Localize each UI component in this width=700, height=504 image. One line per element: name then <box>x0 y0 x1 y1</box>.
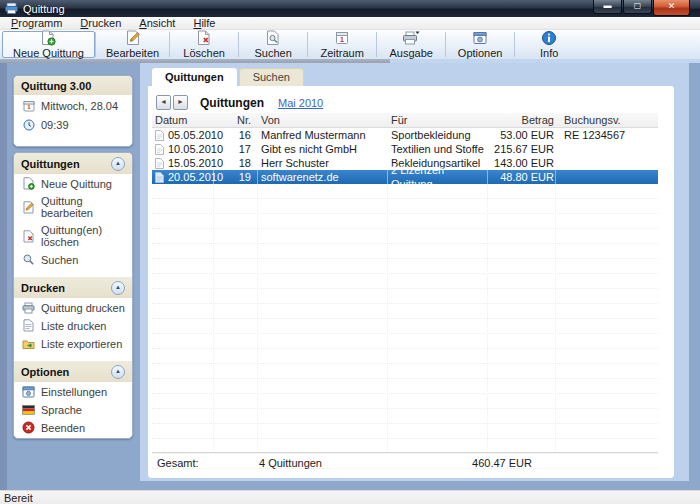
sidebar-item-beenden[interactable]: Beenden <box>14 418 132 436</box>
tab-suchen[interactable]: Suchen <box>239 68 304 86</box>
menu-drucken[interactable]: Drucken <box>71 17 130 29</box>
sidebar-item-quittung-bearbeiten[interactable]: Quittung bearbeiten <box>14 192 132 221</box>
menu-programm[interactable]: Programm <box>2 17 71 29</box>
sidebar-item-label: Liste drucken <box>41 320 106 332</box>
sidebar-item-label: Quittung(en) löschen <box>41 224 132 248</box>
tab-quittungen[interactable]: Quittungen <box>152 68 237 86</box>
sidebar-item-label: Beenden <box>41 422 85 434</box>
cell-fuer: Textilien und Stoffe <box>388 142 488 156</box>
tab-strip: Quittungen Suchen <box>152 68 304 86</box>
toolbar-options-button[interactable]: Optionen <box>446 30 514 59</box>
receipt-icon <box>155 158 164 169</box>
toolbar-output-label: Ausgabe <box>389 47 432 59</box>
toolbar-period-button[interactable]: 1 Zeitraum <box>308 30 376 59</box>
total-label: Gesamt: <box>157 457 199 469</box>
menu-hilfe[interactable]: Hilfe <box>184 17 224 29</box>
cell-buchungsv: RE 1234567 <box>556 128 658 142</box>
empty-grid-area <box>152 184 658 469</box>
receipt-icon <box>155 172 164 183</box>
minimize-button[interactable]: ▬ <box>593 0 622 14</box>
column-header-nr[interactable]: Nr. <box>214 113 258 127</box>
menu-ansicht[interactable]: Ansicht <box>130 17 184 29</box>
column-header-fuer[interactable]: Für <box>388 113 488 127</box>
toolbar-output-button[interactable]: Ausgabe <box>377 30 445 59</box>
column-header-datum[interactable]: Datum <box>152 113 214 127</box>
main-region: Quittung 3.00 1 Mittwoch, 28.04 09:39 Qu… <box>0 63 700 490</box>
close-button[interactable]: ✕ <box>653 0 690 16</box>
toolbar-search-label: Suchen <box>255 47 292 59</box>
title-bar: Quittung ▬ ▢ ✕ <box>0 0 700 17</box>
sidebar-item-quittung-loeschen[interactable]: Quittung(en) löschen <box>14 221 132 250</box>
maximize-button[interactable]: ▢ <box>623 0 652 14</box>
section-title: Optionen <box>21 366 69 378</box>
table-row-selected[interactable]: 20.05.2010 19 softwarenetz.de 2 Lizenzen… <box>152 170 658 184</box>
sidebar-item-suchen[interactable]: Suchen <box>14 250 132 268</box>
sidebar-item-label: Einstellungen <box>41 386 107 398</box>
column-header-buchungsv[interactable]: Buchungsv. <box>556 113 658 127</box>
sidebar-item-neue-quittung[interactable]: Neue Quittung <box>14 174 132 192</box>
cell-nr: 16 <box>214 128 258 142</box>
toolbar-new-receipt-button[interactable]: Neue Quittung <box>2 31 95 58</box>
sidebar-item-quittung-drucken[interactable]: Quittung drucken <box>14 298 132 316</box>
toolbar-search-button[interactable]: Suchen <box>239 30 307 59</box>
totals-row: Gesamt: 4 Quittungen 460.47 EUR <box>152 457 658 471</box>
toolbar-edit-label: Bearbeiten <box>106 47 159 59</box>
sidebar-time: 09:39 <box>14 114 132 133</box>
next-month-button[interactable]: ► <box>173 95 188 110</box>
cell-betrag: 48.80 EUR <box>488 170 556 184</box>
sidebar-section-quittungen-header: Quittungen ▲ <box>14 153 132 174</box>
sidebar-item-liste-drucken[interactable]: Liste drucken <box>14 316 132 334</box>
sidebar-item-label: Sprache <box>41 404 82 416</box>
delete-icon <box>196 30 212 46</box>
sidebar-item-label: Neue Quittung <box>41 178 112 190</box>
cell-betrag: 143.00 EUR <box>488 156 556 170</box>
toolbar-delete-button[interactable]: Löschen <box>170 30 238 59</box>
table-row[interactable]: 05.05.2010 16 Manfred Mustermann Sportbe… <box>152 128 658 142</box>
total-amount: 460.47 EUR <box>402 457 532 469</box>
svg-text:1: 1 <box>340 36 344 43</box>
clock-icon <box>22 118 35 131</box>
sidebar-item-label: Quittung drucken <box>41 302 125 314</box>
receipt-count: 4 Quittungen <box>259 457 322 469</box>
collapse-icon[interactable]: ▲ <box>111 281 125 295</box>
cell-nr: 17 <box>214 142 258 156</box>
receipt-icon <box>155 144 164 155</box>
menu-bar: Programm Drucken Ansicht Hilfe <box>0 17 700 30</box>
toolbar-delete-label: Löschen <box>183 47 225 59</box>
sidebar-item-liste-exportieren[interactable]: Liste exportieren <box>14 334 132 352</box>
cell-betrag: 53.00 EUR <box>488 128 556 142</box>
collapse-icon[interactable]: ▲ <box>111 157 125 171</box>
new-receipt-icon <box>40 30 56 46</box>
app-window: Quittung ▬ ▢ ✕ Programm Drucken Ansicht … <box>0 0 700 504</box>
options-icon <box>472 30 488 46</box>
info-icon <box>541 30 557 46</box>
toolbar-edit-button[interactable]: Bearbeiten <box>96 30 169 59</box>
toolbar-info-button[interactable]: Info <box>515 30 583 59</box>
new-receipt-icon <box>22 177 35 190</box>
table-row[interactable]: 10.05.2010 17 Gibt es nicht GmbH Textili… <box>152 142 658 156</box>
toolbar: Neue Quittung Bearbeiten Löschen Suchen <box>0 30 700 60</box>
receipt-icon <box>155 130 164 141</box>
period-link[interactable]: Mai 2010 <box>278 97 323 109</box>
print-output-icon <box>402 30 420 46</box>
app-icon <box>5 3 18 14</box>
collapse-icon[interactable]: ▲ <box>111 365 125 379</box>
sidebar-item-einstellungen[interactable]: Einstellungen <box>14 382 132 400</box>
edit-icon <box>125 30 141 46</box>
document-icon <box>22 319 35 332</box>
export-icon <box>22 337 35 350</box>
cell-von: softwarenetz.de <box>258 170 388 184</box>
time-text: 09:39 <box>41 119 69 131</box>
sidebar-info-panel: Quittung 3.00 1 Mittwoch, 28.04 09:39 <box>13 75 133 147</box>
sidebar-item-label: Liste exportieren <box>41 338 122 350</box>
column-header-betrag[interactable]: Betrag <box>488 113 556 127</box>
sidebar-item-sprache[interactable]: Sprache <box>14 400 132 418</box>
status-text: Bereit <box>4 492 33 504</box>
previous-month-button[interactable]: ◄ <box>156 95 171 110</box>
search-icon <box>22 253 35 266</box>
section-title: Quittungen <box>21 158 80 170</box>
sidebar-date: 1 Mittwoch, 28.04 <box>14 95 132 114</box>
section-title: Drucken <box>21 282 65 294</box>
cell-nr: 18 <box>214 156 258 170</box>
column-header-von[interactable]: Von <box>258 113 388 127</box>
